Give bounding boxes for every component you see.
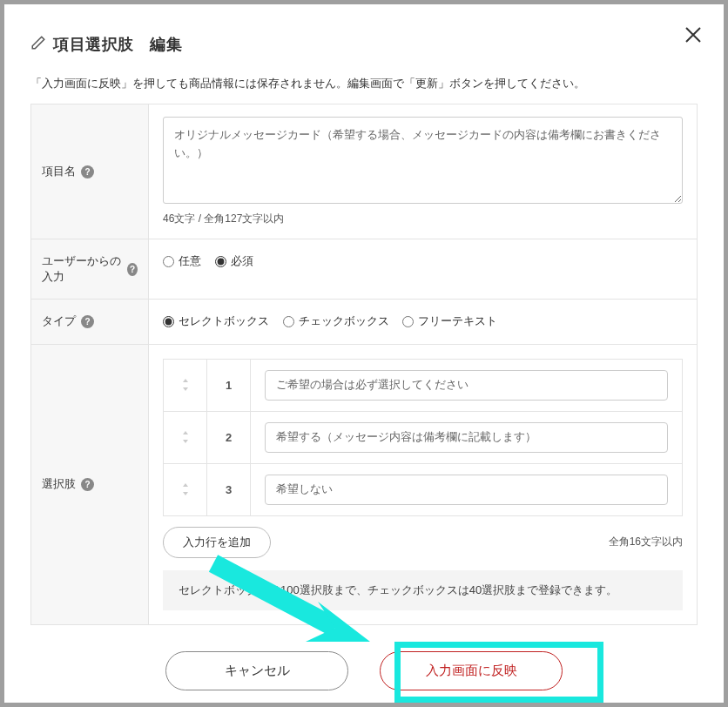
drag-handle-icon[interactable]	[164, 412, 207, 463]
cancel-button[interactable]: キャンセル	[165, 651, 348, 690]
add-row-button[interactable]: 入力行を追加	[163, 527, 271, 558]
radio-freetext[interactable]: フリーテキスト	[402, 313, 497, 329]
char-limit-text: 全角16文字以内	[609, 535, 683, 549]
radio-selectbox[interactable]: セレクトボックス	[163, 313, 269, 329]
help-icon[interactable]: ?	[81, 315, 94, 328]
help-icon[interactable]: ?	[127, 263, 138, 276]
option-input[interactable]	[265, 475, 668, 505]
label-type: タイプ ?	[31, 300, 149, 344]
char-counter: 46文字 / 全角127文字以内	[163, 212, 683, 226]
option-row: 2	[164, 412, 682, 464]
option-row: 3	[164, 464, 682, 515]
help-icon[interactable]: ?	[81, 478, 94, 491]
close-icon[interactable]	[685, 25, 701, 46]
modal-title: 項目選択肢 編集	[53, 34, 182, 55]
radio-required[interactable]: 必須	[215, 253, 253, 269]
edit-choices-modal: 項目選択肢 編集 「入力画面に反映」を押しても商品情報には保存されません。編集画…	[4, 4, 724, 703]
label-user-input: ユーザーからの入力 ?	[31, 239, 149, 299]
option-number: 3	[207, 464, 251, 515]
option-number: 1	[207, 360, 251, 411]
option-row: 1	[164, 360, 682, 412]
option-input[interactable]	[265, 370, 668, 401]
label-item-name: 項目名 ?	[31, 104, 149, 239]
label-choices: 選択肢 ?	[31, 345, 149, 624]
modal-footer: キャンセル 入力画面に反映	[30, 651, 698, 690]
radio-optional[interactable]: 任意	[163, 253, 201, 269]
notice-text: 「入力画面に反映」を押しても商品情報には保存されません。編集画面で「更新」ボタン…	[30, 76, 698, 91]
drag-handle-icon[interactable]	[164, 360, 207, 411]
option-input[interactable]	[265, 422, 668, 453]
drag-handle-icon[interactable]	[164, 464, 207, 515]
radio-checkbox[interactable]: チェックボックス	[283, 313, 389, 329]
form-table: 項目名 ? 46文字 / 全角127文字以内 ユーザーからの入力 ? 任意 必須…	[30, 104, 698, 625]
item-name-textarea[interactable]	[163, 117, 683, 204]
help-icon[interactable]: ?	[81, 165, 94, 178]
modal-header: 項目選択肢 編集	[30, 34, 698, 55]
choices-hint: セレクトボックスは100選択肢まで、チェックボックスは40選択肢まで登録できます…	[163, 570, 683, 610]
options-table: 1 2 3	[163, 359, 683, 516]
pencil-icon	[30, 35, 46, 54]
option-number: 2	[207, 412, 251, 463]
apply-button[interactable]: 入力画面に反映	[380, 651, 563, 690]
